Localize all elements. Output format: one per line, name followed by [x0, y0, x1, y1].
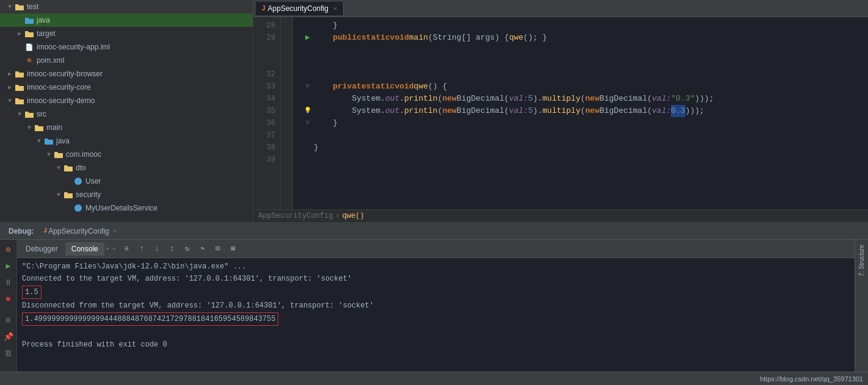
output-line-5: 1.49999999999999994448884876874217297881…	[22, 312, 850, 326]
folder-icon-java	[24, 15, 34, 25]
output-line-2: Connected to the target VM, address: '12…	[22, 273, 850, 285]
tree-label-user: User	[85, 177, 101, 185]
console-btn-1[interactable]: ≡	[120, 242, 133, 256]
arrow-browser: ▶	[5, 69, 15, 79]
tree-label-iml: imooc-security-app.iml	[37, 43, 110, 51]
icon-iml: 📄	[24, 42, 34, 52]
tree-label-core: imooc-security-core	[27, 83, 91, 92]
output-line-3: 1.5	[22, 285, 850, 300]
console-btn-4[interactable]: ↕	[165, 242, 179, 256]
output-value-1: 1.5	[22, 286, 42, 299]
arrow-src: ▼	[15, 109, 24, 119]
console-plus[interactable]: +	[112, 245, 116, 253]
console-btn-5[interactable]: ↻	[181, 242, 194, 256]
folder-icon-java2	[44, 136, 54, 146]
tree-label-src: src	[37, 110, 46, 118]
debug-del-btn[interactable]: 🗑	[1, 346, 16, 361]
debug-output: "C:\Program Files\Java\jdk-12.0.2\bin\ja…	[17, 258, 855, 372]
tree-item-java2[interactable]: ▼ java	[0, 134, 253, 148]
tree-item-security[interactable]: ▼ security	[0, 188, 253, 201]
fold-icon-34	[303, 94, 313, 104]
console-btn-2[interactable]: ↑	[135, 242, 148, 256]
tree-item-com-imooc[interactable]: ▼ com.imooc	[0, 148, 253, 161]
debug-tab-close[interactable]: ×	[113, 228, 117, 235]
tree-label-myuserdetails: MyUserDetailsService	[85, 204, 157, 212]
output-value-2: 1.49999999999999994448884876874217297881…	[22, 312, 278, 326]
code-line-37	[303, 129, 868, 142]
debug-pin-btn[interactable]: 📌	[1, 329, 16, 344]
tree-item-demo[interactable]: ▼ imooc-security-demo	[0, 94, 253, 107]
console-dropdown[interactable]: ▾	[106, 245, 110, 253]
tree-item-pom[interactable]: m pom.xml	[0, 54, 253, 67]
code-line-28: }	[303, 20, 868, 32]
debug-settings-btn[interactable]: ⚙	[1, 242, 16, 257]
tree-label-main: main	[46, 123, 62, 132]
tree-label-dto: dto	[76, 164, 86, 172]
fold-icon-36[interactable]: ▽	[303, 118, 313, 128]
arrow-java	[15, 15, 24, 25]
debug-resume-btn[interactable]: ▶	[1, 259, 16, 273]
debug-tab-icon: J	[43, 228, 47, 234]
tree-label-com-imooc: com.imooc	[66, 150, 101, 159]
editor-tab-appsecurityconfig[interactable]: J AppSecurityConfig ×	[256, 2, 344, 15]
debug-pause-btn[interactable]: ⏸	[1, 275, 16, 290]
tree-item-myuserdetails[interactable]: MyUserDetailsService	[0, 201, 253, 215]
console-btn-3[interactable]: ↓	[150, 242, 164, 256]
arrow-iml	[15, 42, 24, 52]
folder-icon-main	[34, 123, 44, 132]
tree-label-browser: imooc-security-browser	[27, 70, 103, 78]
folder-icon-dto	[63, 163, 73, 173]
file-tree: ▼ test java ▶ target 📄 imooc-secu	[0, 0, 253, 222]
fold-icon-28[interactable]	[303, 21, 313, 31]
debug-view-btn[interactable]: ⊞	[1, 313, 16, 328]
tree-item-src[interactable]: ▼ src	[0, 107, 253, 121]
tree-item-test[interactable]: ▼ test	[0, 0, 253, 13]
status-url: https://blog.csdn.net/qq_35971301	[760, 375, 863, 383]
line-numbers: 28 29 32 33 34 35 36 37 38 39	[253, 17, 281, 209]
tree-item-core[interactable]: ▶ imooc-security-core	[0, 81, 253, 94]
status-bar: https://blog.csdn.net/qq_35971301	[0, 372, 868, 385]
folder-icon-target	[24, 29, 34, 38]
console-btn-7[interactable]: ⊡	[211, 242, 225, 256]
tree-item-java[interactable]: java	[0, 13, 253, 27]
debug-tab-debugger[interactable]: Debugger	[20, 242, 64, 256]
code-content: } ▶ public static void main (	[293, 17, 868, 209]
debug-stop-btn[interactable]: ■	[1, 292, 16, 306]
fold-icon-38	[303, 143, 313, 153]
arrow-myuserdetails	[63, 203, 73, 213]
folder-icon-demo	[15, 96, 24, 106]
structure-label: 7: Structure	[858, 240, 865, 281]
editor-tabs: J AppSecurityConfig ×	[253, 0, 868, 17]
code-line-33: ▽ private static void qwe () {	[303, 81, 868, 93]
tree-label-target: target	[37, 29, 56, 38]
fold-icon-29[interactable]: ▶	[303, 33, 313, 43]
debug-top-bar: Debug: J AppSecurityConfig ×	[0, 223, 868, 240]
debug-tab-label: AppSecurityConfig	[48, 227, 109, 236]
debug-file-tab[interactable]: J AppSecurityConfig ×	[43, 227, 117, 236]
tab-close-icon[interactable]: ×	[333, 5, 337, 12]
console-btn-8[interactable]: ⊞	[226, 242, 240, 256]
console-btn-6[interactable]: ↷	[196, 242, 209, 256]
debug-content: Debugger Console ▾ + ≡ ↑ ↓ ↕ ↻ ↷ ⊡ ⊞	[17, 240, 855, 372]
tree-item-browser[interactable]: ▶ imooc-security-browser	[0, 67, 253, 81]
right-panel: 7: Structure	[855, 240, 868, 372]
fold-icon-33[interactable]: ▽	[303, 82, 313, 92]
debug-left-controls: ⚙ ▶ ⏸ ■ ⊞ 📌 🗑	[0, 240, 17, 372]
folder-icon-core	[15, 82, 24, 92]
debug-main-area: ⚙ ▶ ⏸ ■ ⊞ 📌 🗑 Debugger Console ▾ + ≡ ↑	[0, 240, 868, 372]
tree-item-user[interactable]: User	[0, 175, 253, 188]
tree-label-java2: java	[56, 137, 70, 145]
console-tab-group: Console ▾ +	[65, 242, 116, 256]
code-line-35: 💡 System . out . println ( new BigDecima…	[303, 105, 868, 117]
tree-item-dto[interactable]: ▼ dto	[0, 161, 253, 175]
code-line-29: ▶ public static void main ( String [] ar…	[303, 32, 868, 44]
debug-panel: Debug: J AppSecurityConfig × ⚙ ▶ ⏸ ■ ⊞ 📌…	[0, 222, 868, 372]
code-line-34: System . out . println ( new BigDecimal …	[303, 93, 868, 105]
tree-item-iml[interactable]: 📄 imooc-security-app.iml	[0, 40, 253, 54]
console-toolbar: ≡ ↑ ↓ ↕ ↻ ↷ ⊡ ⊞	[120, 242, 240, 256]
class-icon-myuserdetails	[73, 203, 83, 213]
tree-item-main[interactable]: ▼ main	[0, 121, 253, 134]
debug-tab-console[interactable]: Console	[65, 242, 104, 256]
lightbulb-35: 💡	[303, 106, 313, 116]
tree-item-target[interactable]: ▶ target	[0, 27, 253, 40]
